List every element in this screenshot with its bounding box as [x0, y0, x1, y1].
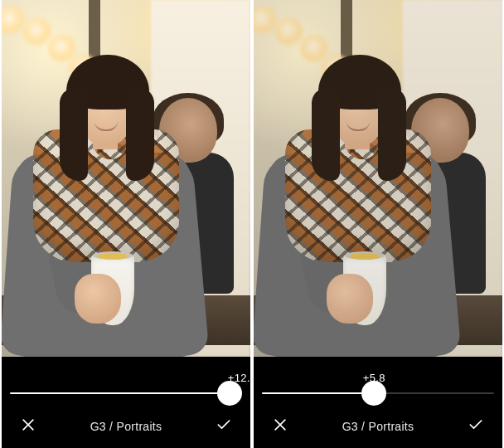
photo-preview: [254, 0, 502, 357]
filter-intensity-slider[interactable]: +5.8: [262, 382, 494, 405]
cancel-button[interactable]: [17, 415, 40, 438]
editor-panel-left: +12.0 G3 / Portraits: [2, 0, 250, 448]
slider-thumb[interactable]: [361, 381, 386, 406]
filter-name-label: G3 / Portraits: [342, 420, 414, 433]
filter-controls: +12.0 G3 / Portraits: [2, 357, 250, 448]
slider-thumb[interactable]: [217, 381, 242, 406]
comparison-stage: +12.0 G3 / Portraits: [0, 0, 504, 448]
slider-track-fill: [262, 392, 374, 394]
editor-panel-right: +5.8 G3 / Portraits: [254, 0, 502, 448]
check-icon: [216, 416, 232, 436]
confirm-button[interactable]: [464, 415, 487, 438]
filter-name-label: G3 / Portraits: [90, 420, 162, 433]
slider-track-fill: [10, 392, 242, 394]
close-icon: [20, 416, 36, 436]
check-icon: [468, 416, 484, 436]
close-icon: [272, 416, 288, 436]
photo-preview: [2, 0, 250, 357]
action-bar: G3 / Portraits: [2, 405, 250, 448]
action-bar: G3 / Portraits: [254, 405, 502, 448]
filter-controls: +5.8 G3 / Portraits: [254, 357, 502, 448]
filter-intensity-slider[interactable]: +12.0: [10, 382, 242, 405]
cancel-button[interactable]: [269, 415, 292, 438]
confirm-button[interactable]: [212, 415, 235, 438]
